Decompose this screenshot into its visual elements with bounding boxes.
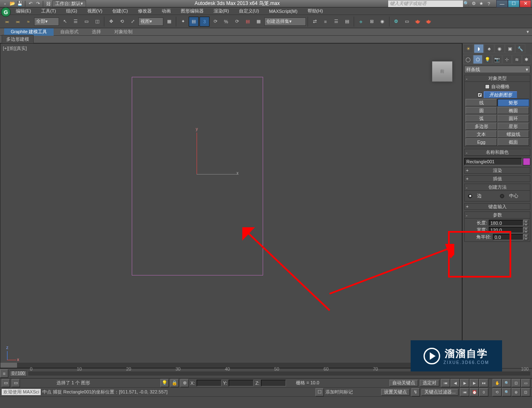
corner-radius-spin-down[interactable]: ▾ bbox=[523, 237, 528, 241]
menu-views[interactable]: 视图(V) bbox=[83, 7, 107, 15]
nav-orbit-icon[interactable]: ⟲ bbox=[493, 388, 502, 396]
rollup-rendering[interactable]: +渲染 bbox=[464, 167, 530, 174]
shape-ngon-button[interactable]: 多边形 bbox=[466, 123, 497, 130]
mirror-icon[interactable]: ⇄ bbox=[310, 17, 320, 27]
select-object-icon[interactable]: ↖ bbox=[60, 17, 70, 27]
width-input[interactable]: 120.0 bbox=[489, 227, 523, 233]
radio-center[interactable] bbox=[500, 194, 504, 198]
nav-max-toggle-icon[interactable]: ⊡ bbox=[521, 388, 530, 396]
cp-modify-icon[interactable]: ◗ bbox=[474, 44, 484, 53]
length-spin-up[interactable]: ▴ bbox=[523, 220, 528, 223]
start-new-shape-button[interactable]: 开始新图形 bbox=[484, 91, 517, 98]
ribbon-tab-graphite[interactable]: Graphite 建模工具 bbox=[4, 28, 54, 36]
lock-icon[interactable]: 💡 bbox=[160, 379, 169, 387]
goto-end-icon[interactable]: ⏭ bbox=[479, 379, 488, 387]
render-setup-icon[interactable]: ⚙ bbox=[391, 17, 401, 27]
viewport-label[interactable]: [+][前][真实] bbox=[3, 45, 27, 52]
move-icon[interactable]: ✥ bbox=[106, 17, 116, 27]
menu-customize[interactable]: 自定义(U) bbox=[235, 7, 263, 15]
menu-grapheditors[interactable]: 图形编辑器 bbox=[177, 7, 208, 15]
unlink-icon[interactable]: ⫘ bbox=[12, 17, 22, 27]
width-spin-down[interactable]: ▾ bbox=[523, 230, 528, 233]
cp-create-icon[interactable]: ☀ bbox=[463, 44, 473, 53]
cp-hierarchy-icon[interactable]: ♣ bbox=[484, 44, 494, 53]
start-new-shape-checkbox[interactable]: ✔ bbox=[478, 93, 482, 97]
rollup-creation-method-header[interactable]: -创建方法 bbox=[465, 184, 530, 191]
rectangle-shape[interactable] bbox=[132, 77, 263, 275]
rollup-interpolation[interactable]: +插值 bbox=[464, 175, 530, 182]
set-key-button[interactable]: 设置关键点 bbox=[381, 389, 410, 396]
cat-systems-icon[interactable]: ✱ bbox=[522, 55, 531, 64]
maxscript-mini-icon[interactable]: ▭ bbox=[2, 379, 10, 387]
x-input[interactable] bbox=[197, 380, 222, 386]
scene-explorer-icon[interactable]: ▤ bbox=[342, 17, 352, 27]
new-icon[interactable]: ▫ bbox=[2, 0, 8, 7]
cat-cameras-icon[interactable]: 📷 bbox=[493, 55, 502, 64]
object-color-swatch[interactable] bbox=[523, 158, 530, 165]
shape-section-button[interactable]: 截面 bbox=[498, 138, 529, 146]
percent-snap-icon[interactable]: % bbox=[221, 17, 231, 27]
menu-rendering[interactable]: 渲染(R) bbox=[209, 7, 233, 15]
shape-star-button[interactable]: 星形 bbox=[498, 123, 529, 130]
object-name-input[interactable]: Rectangle001 bbox=[464, 158, 522, 165]
nav-pan-icon[interactable]: ✋ bbox=[493, 379, 502, 387]
menu-group[interactable]: 组(G) bbox=[62, 7, 81, 15]
lock-selection-icon[interactable]: 🔒 bbox=[170, 379, 179, 387]
menu-edit[interactable]: 编辑(E) bbox=[12, 7, 35, 15]
nav-zoom-ext-icon[interactable]: ⊡ bbox=[512, 379, 521, 387]
auto-key-button[interactable]: 自动关键点 bbox=[389, 380, 418, 386]
maximize-button[interactable]: ☐ bbox=[508, 0, 520, 7]
render-production-icon[interactable]: 🫖 bbox=[413, 17, 423, 27]
select-name-icon[interactable]: ☰ bbox=[71, 17, 81, 27]
rollup-parameters-header[interactable]: -参数 bbox=[465, 212, 530, 219]
cp-utilities-icon[interactable]: 🔧 bbox=[515, 44, 525, 53]
selected-toggle[interactable]: 选定对 bbox=[420, 380, 439, 386]
width-spin-up[interactable]: ▴ bbox=[523, 227, 528, 230]
prev-key-icon[interactable]: ⏮ bbox=[460, 388, 469, 396]
play-icon[interactable]: ▶ bbox=[460, 379, 469, 387]
corner-radius-input[interactable]: 0.0 bbox=[493, 234, 523, 240]
key-mode-icon[interactable]: ↯ bbox=[411, 388, 420, 396]
prev-frame-icon[interactable]: ◀ bbox=[451, 379, 460, 387]
y-input[interactable] bbox=[229, 380, 254, 386]
absolute-mode-icon[interactable]: ⊕ bbox=[180, 379, 189, 387]
goto-start-icon[interactable]: ⏮ bbox=[441, 379, 450, 387]
cat-shapes-icon[interactable]: ⬠ bbox=[473, 55, 482, 64]
ribbon-panel-polymodel[interactable]: 多边形建模 bbox=[2, 35, 34, 44]
frame-indicator[interactable]: 0 / 100 bbox=[10, 371, 27, 376]
length-spin-down[interactable]: ▾ bbox=[523, 223, 528, 226]
cp-display-icon[interactable]: ▣ bbox=[505, 44, 515, 53]
nav-dolly-icon[interactable]: 🔍 bbox=[502, 388, 511, 396]
spinner-snap-icon[interactable]: ⟳ bbox=[232, 17, 242, 27]
redo-icon[interactable]: ↷ bbox=[34, 0, 41, 7]
manipulate-icon[interactable]: ✦ bbox=[178, 17, 188, 27]
shape-helix-button[interactable]: 螺旋线 bbox=[498, 130, 529, 138]
category-dropdown[interactable]: 样条线▾ bbox=[464, 66, 530, 73]
select-region-rect-icon[interactable]: ▭ bbox=[81, 17, 91, 27]
named-sel-icon[interactable]: ▦ bbox=[254, 17, 264, 27]
nav-zoom-icon[interactable]: 🔍 bbox=[502, 379, 511, 387]
named-selection-dropdown[interactable]: 创建选择集 ▾ bbox=[264, 17, 306, 26]
shape-ellipse-button[interactable]: 椭圆 bbox=[498, 107, 529, 114]
rollup-object-type-header[interactable]: -对象类型 bbox=[465, 75, 530, 82]
viewport[interactable]: [+][前][真实] y x z x 前 bbox=[0, 43, 462, 368]
listener-icon[interactable]: ▭ bbox=[12, 379, 20, 387]
z-input[interactable] bbox=[261, 380, 286, 386]
length-input[interactable]: 180.0 bbox=[489, 220, 523, 226]
ribbon-tab-objectpaint[interactable]: 对象绘制 bbox=[108, 28, 139, 36]
ribbon-minimize-icon[interactable]: ▾ bbox=[524, 27, 532, 37]
open-icon[interactable]: 📂 bbox=[9, 0, 16, 7]
bind-spacewarp-icon[interactable]: ≈ bbox=[23, 17, 33, 27]
menu-help[interactable]: 帮助(H) bbox=[303, 7, 327, 15]
align-icon[interactable]: ≡ bbox=[320, 17, 330, 27]
timeline-track[interactable]: 0102030405060708090100 bbox=[28, 371, 530, 376]
ribbon-tab-freeform[interactable]: 自由形式 bbox=[54, 28, 85, 36]
rollup-name-color-header[interactable]: -名称和颜色 bbox=[465, 149, 530, 156]
cat-geometry-icon[interactable]: ◯ bbox=[463, 55, 473, 64]
time-tag-icon[interactable]: ☐ bbox=[315, 388, 324, 396]
material-editor-icon[interactable]: ◉ bbox=[377, 17, 387, 27]
layers-icon[interactable]: ☰ bbox=[331, 17, 341, 27]
schematic-view-icon[interactable]: ⊞ bbox=[367, 17, 377, 27]
rollup-keyboard-entry[interactable]: +键盘输入 bbox=[464, 203, 530, 210]
refcoord-dropdown[interactable]: 视图 ▾ bbox=[138, 17, 163, 26]
